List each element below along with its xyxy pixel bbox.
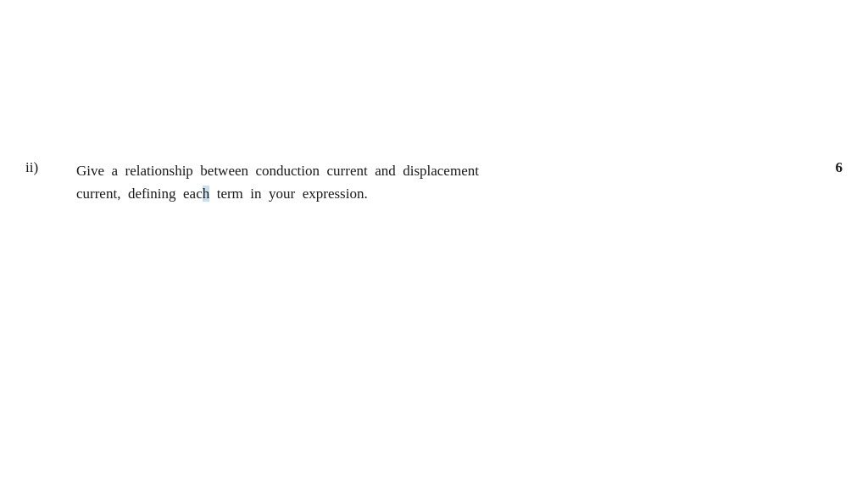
question-body: Give a relationship between conduction c… xyxy=(76,159,809,205)
page: ii) Give a relationship between conducti… xyxy=(0,0,868,488)
highlighted-char: h xyxy=(203,186,210,202)
question-line2: current, defining each term in your expr… xyxy=(76,182,809,205)
question-label: ii) xyxy=(25,159,76,176)
question-block: ii) Give a relationship between conducti… xyxy=(25,159,843,205)
question-line1: Give a relationship between conduction c… xyxy=(76,159,809,182)
question-marks: 6 xyxy=(809,159,843,176)
